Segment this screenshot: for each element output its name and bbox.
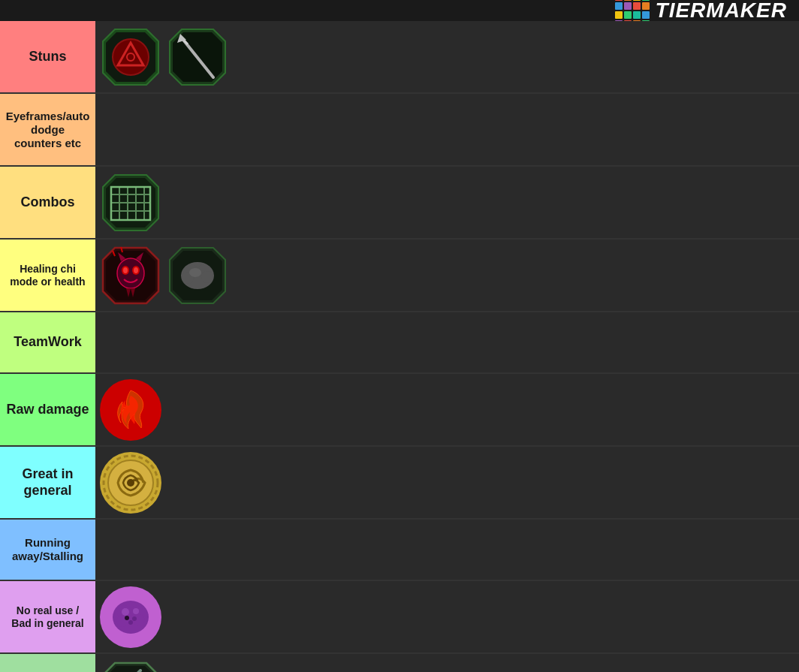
tier-label-combos: Combos (0, 167, 95, 238)
demon-face-icon (98, 243, 162, 307)
tier-content-noreal (95, 581, 799, 652)
tier-content-stuns (95, 21, 799, 92)
tier-content-combos (95, 167, 799, 238)
grid-barrier-icon (98, 170, 162, 234)
tier-label-noreal: No real use / Bad in general (0, 581, 95, 652)
staff-icon (165, 25, 229, 89)
logo-text: TiERMAKER (656, 0, 787, 23)
spiral-icon (98, 451, 162, 514)
svg-point-44 (127, 479, 134, 487)
tier-content-op (95, 654, 799, 672)
tier-label-teamwork: TeamWork (0, 312, 95, 372)
svg-point-27 (123, 267, 128, 273)
tier-label-raw: Raw damage (0, 374, 95, 445)
tier-row-healing: Healing chi mode or health (0, 240, 799, 312)
tier-row-combos: Combos (0, 167, 799, 240)
fire-swirl-icon (98, 378, 162, 441)
tier-content-eyeframes (95, 94, 799, 165)
svg-point-52 (122, 608, 129, 616)
tier-row-stuns: Stuns (0, 21, 799, 94)
tier-list: TiERMAKER Stuns (0, 0, 799, 672)
tier-row-op: OP ASF GODLY (0, 654, 799, 672)
purple-blob-icon (98, 585, 162, 649)
tier-label-healing: Healing chi mode or health (0, 240, 95, 311)
tier-row-eyeframes: Eyeframes/auto dodge counters etc (0, 94, 799, 167)
stun-circle-icon (98, 25, 162, 89)
tier-content-raw (95, 374, 799, 445)
tier-label-great: Great in general (0, 447, 95, 518)
svg-point-22 (117, 258, 144, 288)
svg-point-40 (189, 268, 201, 277)
tier-row-teamwork: TeamWork (0, 312, 799, 374)
tier-content-healing (95, 240, 799, 311)
svg-point-56 (128, 620, 133, 625)
slash-lines-icon (98, 658, 162, 672)
tier-content-running (95, 520, 799, 580)
tier-label-eyeframes: Eyeframes/auto dodge counters etc (0, 94, 95, 165)
svg-point-55 (132, 616, 137, 621)
tier-row-noreal: No real use / Bad in general (0, 581, 799, 654)
tier-label-running: Running away/Stalling (0, 520, 95, 580)
tier-row-running: Running away/Stalling (0, 520, 799, 581)
svg-point-28 (134, 267, 138, 273)
svg-point-54 (125, 616, 129, 620)
svg-point-39 (201, 271, 213, 283)
tier-row-raw: Raw damage (0, 374, 799, 447)
tier-content-teamwork (95, 312, 799, 372)
tier-content-great (95, 447, 799, 518)
svg-point-53 (133, 608, 139, 614)
gray-blob-icon (165, 243, 229, 307)
tier-label-stuns: Stuns (0, 21, 95, 92)
tier-label-op: OP ASF GODLY (0, 654, 95, 672)
tier-row-great: Great in general (0, 447, 799, 520)
